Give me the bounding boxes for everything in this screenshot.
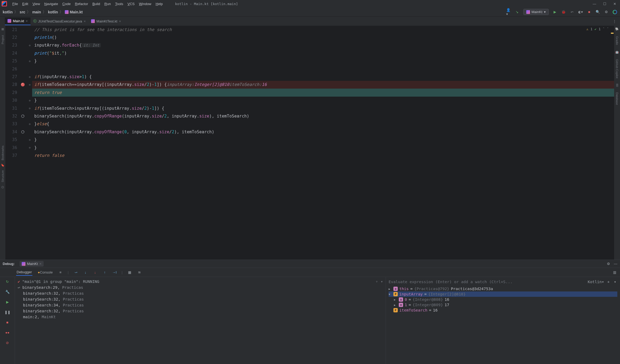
menu-run[interactable]: Run — [103, 1, 112, 6]
thread-selector[interactable]: ✔ "main"@1 in group "main": RUNNING — [18, 279, 99, 285]
run-icon[interactable]: ▶ — [553, 10, 557, 14]
variable-node[interactable]: PitemToSearch = 16 — [389, 308, 617, 313]
evaluate-input[interactable]: Evaluate expression (Enter) or add a wat… — [389, 279, 617, 286]
variable-node[interactable]: ▶≡this = {Practicas@792} Practicas@3d247… — [389, 286, 617, 291]
build-icon[interactable]: ↘ — [515, 10, 520, 14]
tab-main-kt[interactable]: Main.kt× — [5, 17, 31, 25]
debug-minimize-icon[interactable]: — — [614, 262, 617, 266]
window-controls: — ☐ ✕ — [593, 2, 618, 6]
close-icon[interactable]: ✕ — [613, 2, 616, 6]
close-icon[interactable]: × — [26, 19, 28, 23]
force-step-into-icon[interactable]: ↓ — [93, 270, 97, 274]
variable-node[interactable]: ▶≡0 = {Integer@808} 16 — [389, 297, 617, 302]
debug-label: Debug: — [3, 262, 15, 266]
bookmarks-icon[interactable]: 🔖 — [1, 164, 5, 167]
tab-mainkttest-kt[interactable]: MainKtTest.kt× — [88, 18, 124, 25]
variable-node[interactable]: ▶≡1 = {Integer@809} 17 — [389, 302, 617, 308]
profile-icon[interactable]: ◐▾ — [578, 10, 583, 14]
step-into-icon[interactable]: ↓ — [83, 270, 88, 274]
navbar: kotlin〉src〉main〉kotlin〉Main.kt 👤▾ ↘ Main… — [0, 7, 620, 17]
stop-icon[interactable]: ■ — [5, 320, 10, 325]
copilot-label[interactable]: GitHub Copilot — [615, 58, 619, 79]
mute-bp-icon[interactable]: ⊘ — [5, 340, 10, 345]
menu-view[interactable]: View — [31, 1, 42, 6]
menu-help[interactable]: Help — [154, 1, 164, 6]
menu-refactor[interactable]: Refactor — [73, 1, 90, 6]
user-icon[interactable]: 👤▾ — [506, 10, 511, 14]
minimize-icon[interactable]: — — [593, 2, 596, 6]
bookmarks-tool[interactable]: Bookmarks — [1, 145, 4, 161]
debug-session-tab[interactable]: MainKt × — [20, 261, 44, 267]
console-tab[interactable]: ●Console — [37, 269, 53, 275]
dropdown-icon[interactable]: ▾ — [381, 279, 383, 284]
structure-tool[interactable]: Structure — [1, 169, 4, 183]
search-icon[interactable]: 🔍 — [595, 10, 600, 14]
breadcrumb[interactable]: kotlin〉src〉main〉kotlin〉Main.kt — [3, 10, 83, 14]
tabs-more-icon[interactable]: ⋮ — [609, 19, 620, 23]
menu-navigate[interactable]: Navigate — [43, 1, 59, 6]
rerun-icon[interactable]: ↻ — [5, 279, 10, 284]
debug-body: ↻ 🔧 ▶ ❚❚ ■ ●● ⊘ ✔ "main"@1 in group "mai… — [0, 277, 620, 364]
stack-frame[interactable]: binarySearch:32, Practicas — [18, 308, 383, 314]
stack-frame[interactable]: binarySearch:34, Practicas — [18, 302, 383, 308]
watch-menu-icon[interactable]: ▾ — [613, 280, 617, 284]
evaluate-icon[interactable]: ▦ — [127, 270, 132, 274]
copilot-icon[interactable]: 🤖 — [615, 50, 619, 54]
ai-icon[interactable] — [613, 10, 617, 14]
stack-frame[interactable]: ↩ binarySearch:29, Practicas — [18, 285, 383, 290]
step-over-icon[interactable]: ⤻ — [73, 270, 78, 274]
close-icon[interactable]: × — [39, 262, 42, 266]
run-to-cursor-icon[interactable]: →I — [112, 270, 117, 274]
settings-icon[interactable]: ⚙ — [604, 10, 609, 14]
menu-window[interactable]: Window — [137, 1, 153, 6]
menu-file[interactable]: File — [11, 1, 20, 6]
gradle-label[interactable]: Gradle — [615, 35, 619, 46]
database-label[interactable]: Database — [615, 91, 619, 106]
kotlin-file-icon — [7, 19, 11, 23]
menu-vcs[interactable]: VCS — [126, 1, 136, 6]
database-icon[interactable]: 🗄 — [616, 84, 619, 87]
run-config-selector[interactable]: MainKt ▾ — [523, 9, 549, 15]
code-editor[interactable]: ⚠1 ✔1 ˆ ˇ 212223⊖2425⊖2627⊖28⊖2930⊖31⊖32… — [5, 26, 614, 260]
pause-icon[interactable]: ❚❚ — [5, 310, 10, 314]
resume-icon[interactable]: ▶ — [5, 299, 10, 304]
editor-gutter[interactable]: 212223⊖2425⊖2627⊖28⊖2930⊖31⊖3233⊖3435⊖36… — [5, 26, 32, 160]
stack-frame[interactable]: binarySearch:32, Practicas — [18, 296, 383, 302]
stop-icon[interactable]: ■ — [587, 10, 592, 14]
editor-tabs: Main.kt×ⒸJUnitTestClassExecutor.java×Mai… — [0, 17, 620, 26]
coverage-icon[interactable]: ⤺ — [570, 10, 574, 14]
close-icon[interactable]: × — [119, 19, 121, 23]
debugger-tab[interactable]: Debugger — [16, 269, 32, 276]
close-icon[interactable]: × — [84, 19, 86, 23]
editor-code[interactable]: // This print is for see the interaction… — [32, 26, 614, 160]
threads-icon[interactable]: ≡ — [58, 270, 63, 274]
gradle-icon[interactable]: 🐘 — [615, 27, 619, 31]
maximize-icon[interactable]: ☐ — [603, 2, 606, 6]
project-tool-label[interactable]: Project — [1, 33, 4, 46]
breakpoints-icon[interactable]: ●● — [5, 330, 10, 335]
stack-frame[interactable]: binarySearch:32, Practicas — [18, 290, 383, 296]
stack-frame[interactable]: main:2, MainKt — [18, 314, 383, 320]
modify-run-icon[interactable]: 🔧 — [5, 289, 10, 294]
debug-icon[interactable]: 🐞 — [561, 10, 566, 14]
tab-junittestclassexecutor-java[interactable]: ⒸJUnitTestClassExecutor.java× — [31, 17, 89, 25]
thread-label: "main"@1 in group "main": RUNNING — [22, 279, 99, 284]
variable-node[interactable]: ▼PinputArray = {Integer[2]@810} — [389, 291, 617, 297]
filter-icon[interactable]: ▿ — [376, 279, 378, 284]
window-title: kotlin - Main.kt [kotlin.main] — [164, 2, 593, 6]
menu-code[interactable]: Code — [61, 1, 72, 6]
step-out-icon[interactable]: ↑ — [102, 270, 107, 274]
add-watch-icon[interactable]: + — [606, 280, 611, 284]
debug-settings-icon[interactable]: ⚙ — [607, 262, 610, 266]
structure-icon[interactable]: ⌬ — [1, 185, 4, 189]
trace-icon[interactable]: ≋ — [137, 270, 142, 274]
menu-edit[interactable]: Edit — [21, 1, 30, 6]
frames-panel: ✔ "main"@1 in group "main": RUNNING ▿ ▾ … — [15, 277, 386, 364]
layout-icon[interactable]: ▥ — [613, 270, 616, 274]
debug-panel: Debug: MainKt × ⚙ — Debugger ●Console ≡ … — [0, 260, 620, 364]
eval-lang-selector[interactable]: Kotlin▾ — [588, 280, 604, 284]
debug-toolbar: Debugger ●Console ≡ | ⤻ ↓ ↓ ↑ →I | ▦ ≋ ▥ — [0, 268, 620, 277]
menu-build[interactable]: Build — [91, 1, 102, 6]
project-tool-icon[interactable]: ▦ — [1, 27, 4, 31]
menu-tools[interactable]: Tools — [114, 1, 125, 6]
